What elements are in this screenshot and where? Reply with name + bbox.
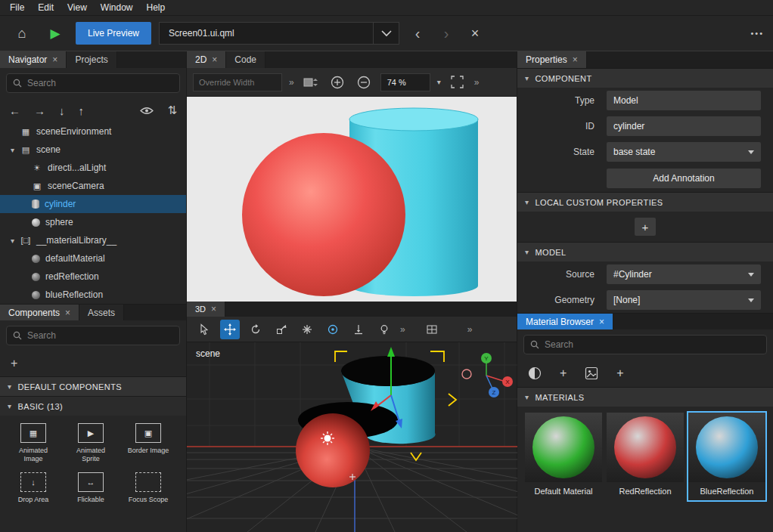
sort-order-icon[interactable]: ⇅	[167, 104, 177, 117]
form-editor-viewport[interactable]	[187, 97, 517, 302]
zoom-dropdown-icon[interactable]: ▾	[437, 78, 441, 86]
section-component[interactable]: ▾ COMPONENT	[517, 68, 773, 88]
component-border-image[interactable]: ▣ Border Image	[121, 423, 175, 463]
override-width-input[interactable]	[193, 73, 282, 91]
canvas-color-button[interactable]	[301, 73, 321, 92]
close-icon[interactable]: ×	[65, 308, 70, 318]
move-left-icon[interactable]: ←	[9, 104, 20, 117]
sphere-2d[interactable]	[242, 133, 405, 296]
menu-file[interactable]: File	[3, 2, 31, 13]
light-toggle-button[interactable]	[374, 320, 394, 339]
close-icon[interactable]: ×	[212, 54, 217, 65]
expander-icon[interactable]: ▾	[11, 146, 20, 154]
snap-toggle-button[interactable]	[297, 320, 317, 339]
tree-item-scene-camera[interactable]: ▣ sceneCamera	[0, 177, 186, 195]
component-flickable[interactable]: ↔ Flickable	[64, 472, 118, 504]
back-button[interactable]: ‹	[407, 25, 428, 42]
align-to-ground-button[interactable]	[349, 320, 368, 339]
section-local-custom-properties[interactable]: ▾ LOCAL CUSTOM PROPERTIES	[517, 192, 773, 212]
tree-item-cylinder[interactable]: cylinder	[0, 195, 186, 213]
texture-icon[interactable]	[585, 367, 598, 380]
id-field[interactable]: cylinder	[607, 116, 761, 136]
tab-projects[interactable]: Projects	[67, 51, 116, 68]
live-preview-button[interactable]: Live Preview	[76, 22, 151, 45]
material-card-default[interactable]: Default Material	[525, 413, 602, 500]
close-icon[interactable]: ×	[211, 304, 216, 314]
material-card-blue-reflection[interactable]: BlueReflection	[688, 413, 765, 500]
overflow-chevron-icon[interactable]: »	[474, 77, 480, 88]
component-animated-image[interactable]: ▦ Animated Image	[6, 423, 61, 463]
close-icon[interactable]: ×	[52, 54, 57, 65]
close-icon[interactable]: ×	[573, 54, 578, 65]
home-button[interactable]: ⌂	[9, 21, 35, 45]
section-model[interactable]: ▾ MODEL	[517, 242, 773, 261]
rotate-tool-button[interactable]	[246, 320, 265, 339]
tab-code[interactable]: Code	[226, 51, 265, 68]
tree-item-scene[interactable]: ▾ ▤ scene	[0, 141, 186, 159]
geometry-dropdown[interactable]: [None]	[607, 290, 761, 310]
type-field[interactable]: Model	[607, 91, 761, 110]
add-property-button[interactable]: +	[635, 218, 656, 236]
open-file-selector[interactable]: Screen01.ui.qml	[159, 22, 399, 45]
section-basic[interactable]: ▾ BASIC (13)	[0, 396, 186, 416]
menu-edit[interactable]: Edit	[31, 2, 61, 13]
component-drop-area[interactable]: ↓ Drop Area	[6, 472, 61, 504]
tab-3d[interactable]: 3D ×	[187, 302, 225, 317]
state-dropdown[interactable]: base state	[607, 142, 761, 162]
zoom-in-button[interactable]	[328, 73, 347, 92]
menu-window[interactable]: Window	[94, 2, 140, 13]
menu-help[interactable]: Help	[140, 2, 172, 13]
overflow-chevron-icon[interactable]: »	[400, 324, 405, 335]
material-search[interactable]	[523, 335, 767, 354]
tree-item-scene-environment[interactable]: ▦ sceneEnvironment	[0, 122, 186, 141]
tree-item-red-reflection[interactable]: redReflection	[0, 268, 186, 286]
components-search[interactable]	[6, 326, 180, 345]
close-icon[interactable]: ×	[599, 317, 604, 327]
tab-material-browser[interactable]: Material Browser ×	[517, 314, 613, 329]
tree-item-default-material[interactable]: defaultMaterial	[0, 249, 186, 268]
material-sphere-icon[interactable]	[528, 367, 542, 380]
tab-properties[interactable]: Properties ×	[517, 51, 587, 68]
run-project-button[interactable]: ▶	[42, 21, 68, 45]
overflow-chevron-icon[interactable]: »	[289, 77, 294, 88]
add-material-button[interactable]: +	[560, 367, 567, 380]
split-view-button[interactable]	[422, 320, 442, 339]
tree-item-blue-reflection[interactable]: blueReflection	[0, 286, 186, 304]
tab-2d[interactable]: 2D ×	[187, 51, 226, 68]
move-up-icon[interactable]: ↑	[79, 104, 85, 117]
sphere-3d[interactable]	[296, 413, 370, 487]
zoom-level-field[interactable]: 74 %	[380, 73, 430, 91]
section-materials[interactable]: ▾ MATERIALS	[517, 387, 773, 407]
add-annotation-button[interactable]: Add Annotation	[607, 169, 761, 188]
component-animated-sprite[interactable]: ▶ Animated Sprite	[64, 423, 118, 463]
components-search-input[interactable]	[27, 330, 173, 341]
section-default-components[interactable]: ▾ DEFAULT COMPONENTS	[0, 376, 186, 396]
local-global-toggle-button[interactable]	[323, 320, 343, 339]
overflow-chevron-icon[interactable]: »	[467, 324, 473, 335]
tree-item-material-library[interactable]: ▾ [□] __materialLibrary__	[0, 231, 186, 249]
chevron-down-icon[interactable]	[373, 23, 399, 44]
component-focus-scope[interactable]: Focus Scope	[121, 472, 175, 504]
fit-to-screen-button[interactable]	[448, 73, 467, 92]
material-card-red-reflection[interactable]: RedReflection	[607, 413, 684, 500]
move-right-icon[interactable]: →	[34, 104, 45, 117]
navigator-search-input[interactable]	[27, 78, 173, 88]
zoom-out-button[interactable]	[354, 73, 374, 92]
visibility-eye-icon[interactable]	[140, 107, 154, 115]
more-options-button[interactable]: •••	[750, 29, 764, 38]
add-texture-button[interactable]: +	[616, 367, 623, 380]
material-search-input[interactable]	[545, 339, 760, 350]
forward-button[interactable]: ›	[436, 25, 457, 42]
axis-indicator[interactable]: Y X Z	[462, 353, 513, 397]
scale-tool-button[interactable]	[272, 320, 291, 339]
3d-editor-viewport[interactable]: scene	[187, 342, 517, 532]
move-tool-button[interactable]	[220, 320, 240, 339]
navigator-search[interactable]	[6, 73, 180, 93]
tree-item-sphere[interactable]: sphere	[0, 213, 186, 231]
move-down-icon[interactable]: ↓	[59, 104, 65, 117]
tab-components[interactable]: Components ×	[0, 305, 79, 320]
close-document-button[interactable]: ×	[464, 26, 486, 42]
source-dropdown[interactable]: #Cylinder	[607, 264, 761, 284]
select-tool-button[interactable]	[194, 320, 214, 339]
expander-icon[interactable]: ▾	[11, 237, 20, 245]
